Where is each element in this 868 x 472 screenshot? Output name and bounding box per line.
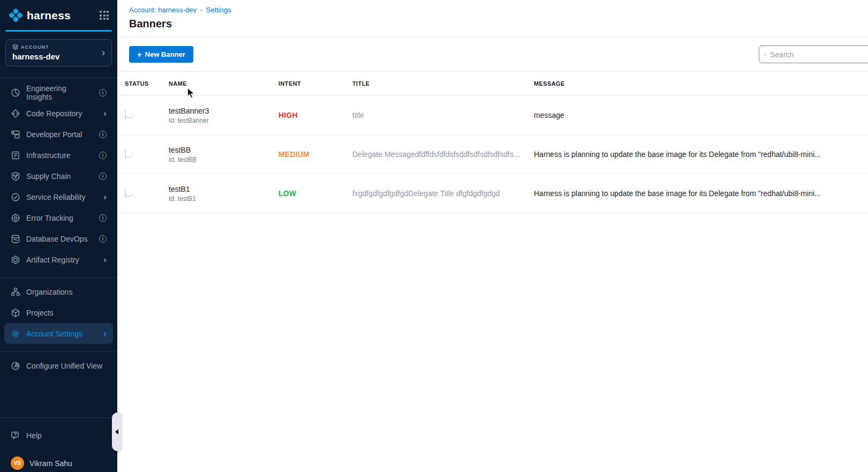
table-row[interactable]: testB1 Id: testB1 LOW fxgdfgdfgdfgdfgdDe…: [117, 174, 868, 213]
banner-title: Delegate Messagedfdffdsfdfdsfsddfsdfsdfs…: [352, 150, 534, 159]
chevron-right-icon: ›: [102, 48, 105, 57]
logo-underline: [5, 30, 112, 32]
harness-logo-icon: [9, 8, 23, 23]
column-header-name: NAME: [169, 80, 278, 87]
info-icon[interactable]: i: [99, 89, 107, 96]
sidebar-item-developer-portal[interactable]: Developer Portal i: [4, 124, 113, 145]
supply-chain-icon: [11, 171, 20, 181]
collapse-arrow-icon: [115, 429, 118, 434]
sidebar-item-configure-unified-view[interactable]: Configure Unified View: [4, 355, 113, 376]
table-header-row: STATUS NAME INTENT TITLE MESSAGE: [117, 72, 868, 96]
breadcrumb: Account: harness-dev › Settings: [129, 6, 856, 14]
info-icon[interactable]: i: [99, 235, 107, 243]
engineering-insights-icon: [11, 88, 20, 98]
sidebar-item-service-reliability[interactable]: Service Reliability ›: [4, 186, 113, 207]
sidebar-item-artifact-registry[interactable]: Artifact Registry ›: [4, 249, 113, 270]
layers-icon: [12, 44, 18, 50]
info-icon[interactable]: i: [99, 131, 107, 138]
service-reliability-icon: [11, 192, 20, 202]
sidebar-item-error-tracking[interactable]: Error Tracking i: [4, 207, 113, 228]
app-launcher-icon[interactable]: [100, 11, 109, 20]
banner-id: Id: testBanner: [169, 117, 271, 124]
help-chat-icon: [11, 431, 20, 440]
sidebar-item-organizations[interactable]: Organizations: [4, 281, 113, 302]
table-row[interactable]: testBanner3 Id: testBanner HIGH title me…: [117, 96, 868, 135]
account-name: harness-dev: [12, 52, 102, 61]
banner-name: testBanner3: [169, 107, 271, 115]
sidebar-divider: [0, 351, 117, 352]
banner-title: fxgdfgdfgdfgdfgdDelegate Title dfgfdgdfg…: [352, 189, 534, 198]
search-box: [759, 46, 868, 63]
breadcrumb-account-link[interactable]: Account: harness-dev: [129, 6, 197, 14]
plus-icon: +: [137, 50, 142, 58]
organizations-icon: [11, 287, 20, 297]
help-button[interactable]: Help: [4, 426, 113, 445]
sidebar: harness ACCOUNT harness-dev ›: [0, 0, 117, 472]
toolbar: + New Banner: [117, 38, 868, 72]
intent-badge: HIGH: [278, 111, 352, 119]
banner-name: testBB: [169, 146, 271, 154]
sidebar-footer: Help VS Vikram Sahu: [0, 417, 117, 472]
infrastructure-icon: [11, 151, 20, 160]
main-content: Account: harness-dev › Settings Banners …: [117, 0, 868, 472]
configure-view-icon: [11, 361, 20, 371]
new-banner-button[interactable]: + New Banner: [129, 46, 193, 63]
search-input[interactable]: [770, 50, 867, 59]
column-header-intent: INTENT: [278, 80, 352, 87]
chevron-right-icon: ›: [103, 255, 107, 264]
logo-row: harness: [0, 0, 117, 23]
logo-wordmark: harness: [27, 9, 71, 22]
breadcrumb-settings-link[interactable]: Settings: [206, 6, 231, 14]
intent-badge: LOW: [278, 189, 352, 198]
chevron-right-icon: ›: [103, 329, 107, 338]
page-title: Banners: [129, 18, 856, 30]
search-icon: [764, 51, 766, 58]
banner-message: Harness is planning to update the base i…: [534, 150, 868, 159]
info-icon[interactable]: i: [99, 173, 107, 180]
sidebar-item-engineering-insights[interactable]: Engineering Insights i: [4, 82, 113, 103]
info-icon[interactable]: i: [99, 214, 107, 222]
column-header-title: TITLE: [352, 80, 534, 87]
banner-id: Id: testB1: [169, 195, 271, 203]
banner-message: message: [534, 111, 868, 119]
artifact-registry-icon: [11, 255, 20, 265]
banner-id: Id: testBB: [169, 156, 271, 163]
error-tracking-icon: [11, 213, 20, 223]
developer-portal-icon: [11, 130, 20, 139]
sidebar-divider: [0, 278, 117, 278]
gear-icon: [11, 329, 20, 339]
avatar: VS: [11, 456, 24, 470]
chevron-right-icon: ›: [103, 192, 107, 201]
status-toggle[interactable]: [125, 189, 126, 198]
banner-name: testB1: [169, 185, 271, 193]
sidebar-item-projects[interactable]: Projects: [4, 302, 113, 323]
column-header-status: STATUS: [125, 80, 169, 87]
sidebar-item-infrastructure[interactable]: Infrastructure i: [4, 145, 113, 166]
app-window: harness ACCOUNT harness-dev ›: [0, 0, 868, 472]
projects-icon: [11, 308, 20, 318]
module-nav: Engineering Insights i Code Repository ›…: [0, 78, 117, 376]
sidebar-item-account-settings[interactable]: Account Settings ›: [4, 323, 113, 344]
user-menu[interactable]: VS Vikram Sahu: [4, 456, 113, 470]
column-header-message: MESSAGE: [534, 80, 868, 87]
database-devops-icon: [11, 234, 20, 244]
status-toggle[interactable]: [125, 149, 126, 159]
intent-badge: MEDIUM: [278, 150, 352, 159]
account-selector[interactable]: ACCOUNT harness-dev ›: [5, 39, 112, 66]
table-row[interactable]: testBB Id: testBB MEDIUM Delegate Messag…: [117, 135, 868, 174]
sidebar-item-code-repository[interactable]: Code Repository ›: [4, 103, 113, 124]
sidebar-item-supply-chain[interactable]: Supply Chain i: [4, 166, 113, 186]
status-toggle[interactable]: [125, 110, 126, 120]
info-icon[interactable]: i: [99, 152, 107, 159]
page-header: Account: harness-dev › Settings Banners: [117, 0, 868, 38]
user-name: Vikram Sahu: [29, 459, 72, 468]
banner-message: Harness is planning to update the base i…: [534, 189, 868, 198]
account-scope-label: ACCOUNT: [12, 44, 102, 50]
code-repository-icon: [11, 109, 20, 118]
banners-table: STATUS NAME INTENT TITLE MESSAGE testBan…: [117, 72, 868, 213]
banner-title: title: [352, 111, 534, 119]
sidebar-item-database-devops[interactable]: Database DevOps i: [4, 228, 113, 249]
sidebar-collapse-handle[interactable]: [112, 413, 121, 451]
breadcrumb-separator: ›: [200, 6, 202, 14]
chevron-right-icon: ›: [103, 109, 107, 118]
